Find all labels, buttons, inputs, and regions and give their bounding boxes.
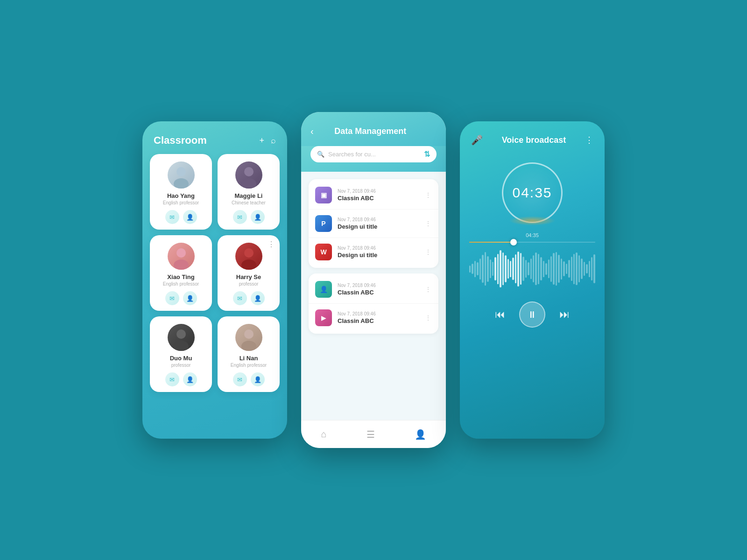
svg-point-1 xyxy=(174,178,189,189)
avatar-harry-se xyxy=(235,243,262,270)
svg-point-8 xyxy=(176,329,186,339)
file-info-2: Nov 7, 2018 09:46 Design ui title xyxy=(338,245,419,259)
classroom-grid: Hao Yang English professor ✉ 👤 Maggie Li… xyxy=(142,154,287,392)
svg-point-0 xyxy=(176,167,186,176)
profile-btn[interactable]: 👤 xyxy=(251,372,265,386)
person-card-duo-mu[interactable]: Duo Mu professor ✉ 👤 xyxy=(150,316,212,392)
file-name: Classin ABC xyxy=(338,195,419,202)
file-date: Nov 7, 2018 09:46 xyxy=(338,245,419,251)
message-btn[interactable]: ✉ xyxy=(233,372,247,386)
classroom-title: Classroom xyxy=(154,134,207,147)
item-menu[interactable]: ⋮ xyxy=(425,314,432,322)
nav-book[interactable]: ☰ xyxy=(366,429,375,440)
profile-btn[interactable]: 👤 xyxy=(251,291,265,305)
avatar-hao-yang xyxy=(168,161,195,189)
message-btn[interactable]: ✉ xyxy=(233,210,247,224)
message-btn[interactable]: ✉ xyxy=(233,291,247,305)
data-item-0[interactable]: ▣ Nov 7, 2018 09:46 Classin ABC ⋮ xyxy=(309,181,438,210)
card-actions: ✉ 👤 xyxy=(165,291,197,305)
item-menu[interactable]: ⋮ xyxy=(425,191,432,199)
progress-track xyxy=(469,242,595,243)
person-card-xiao-ting[interactable]: Xiao Ting English professor ✉ 👤 xyxy=(150,235,212,311)
avatar-li-nan xyxy=(235,324,262,351)
data-item-1[interactable]: P Nov 7, 2018 09:46 Design ui title ⋮ xyxy=(309,210,438,238)
voice-menu[interactable]: ⋮ xyxy=(585,135,593,145)
card-actions: ✉ 👤 xyxy=(165,372,197,386)
timer-circle: 04:35 xyxy=(502,162,563,223)
pause-button[interactable]: ⏸ xyxy=(519,301,545,328)
data-item-2[interactable]: W Nov 7, 2018 09:46 Design ui title ⋮ xyxy=(309,238,438,266)
file-name: Design ui title xyxy=(338,223,419,230)
message-btn[interactable]: ✉ xyxy=(165,210,179,224)
phone-data-management: ‹ Data Management 🔍 Searches for cu... ⇅… xyxy=(301,112,446,448)
search-area: 🔍 Searches for cu... ⇅ xyxy=(301,146,446,172)
rewind-button[interactable]: ⏮ xyxy=(495,308,505,321)
classroom-header-actions: + ⌕ xyxy=(259,136,276,146)
message-btn[interactable]: ✉ xyxy=(165,372,179,386)
person-card-harry-se[interactable]: ⋮ Harry Se professor ✉ 👤 xyxy=(218,235,280,311)
person-role: Chinese teacher xyxy=(232,200,266,205)
data-card-group1: ▣ Nov 7, 2018 09:46 Classin ABC ⋮ P Nov … xyxy=(309,179,438,268)
person-name: Maggie Li xyxy=(235,192,263,199)
person-name: Li Nan xyxy=(240,355,258,362)
file-info-1: Nov 7, 2018 09:46 Design ui title xyxy=(338,217,419,230)
nav-home[interactable]: ⌂ xyxy=(321,429,326,440)
item-menu[interactable]: ⋮ xyxy=(425,220,432,227)
card-actions: ✉ 👤 xyxy=(233,210,265,224)
svg-point-3 xyxy=(241,178,256,189)
data-header: ‹ Data Management xyxy=(301,112,446,146)
profile-btn[interactable]: 👤 xyxy=(251,210,265,224)
data-card-group2: 👤 Nov 7, 2018 09:46 Classin ABC ⋮ ▶ Nov … xyxy=(309,273,438,334)
svg-point-7 xyxy=(241,259,256,270)
avatar-xiao-ting xyxy=(168,243,195,270)
item-menu[interactable]: ⋮ xyxy=(425,286,432,293)
svg-point-11 xyxy=(241,341,256,351)
profile-btn[interactable]: 👤 xyxy=(183,210,197,224)
person-role: English professor xyxy=(163,200,199,205)
file-info-3: Nov 7, 2018 09:46 Classin ABC xyxy=(338,283,419,296)
person-role: professor xyxy=(239,281,259,287)
back-button[interactable]: ‹ xyxy=(310,126,314,137)
person-name: Harry Se xyxy=(236,273,261,280)
person-name: Xiao Ting xyxy=(167,273,194,280)
search-box[interactable]: 🔍 Searches for cu... ⇅ xyxy=(310,146,437,162)
playback-controls: ⏮ ⏸ ⏭ xyxy=(495,301,570,328)
profile-btn[interactable]: 👤 xyxy=(183,372,197,386)
card-actions: ✉ 👤 xyxy=(233,372,265,386)
person-name: Duo Mu xyxy=(170,355,192,362)
progress-thumb[interactable] xyxy=(510,239,517,245)
avatar-duo-mu xyxy=(168,324,195,351)
profile-btn[interactable]: 👤 xyxy=(183,291,197,305)
svg-point-4 xyxy=(176,248,186,258)
forward-button[interactable]: ⏭ xyxy=(559,308,570,321)
message-btn[interactable]: ✉ xyxy=(165,291,179,305)
bottom-nav: ⌂ ☰ 👤 xyxy=(301,420,446,448)
avatar-maggie-li xyxy=(235,161,262,189)
svg-point-9 xyxy=(174,341,189,351)
card-dots-menu[interactable]: ⋮ xyxy=(268,240,275,249)
add-icon[interactable]: + xyxy=(259,136,264,146)
file-info-0: Nov 7, 2018 09:46 Classin ABC xyxy=(338,189,419,202)
mic-icon: 🎤 xyxy=(471,134,483,146)
card-actions: ✉ 👤 xyxy=(165,210,197,224)
filter-icon[interactable]: ⇅ xyxy=(424,150,430,159)
nav-profile[interactable]: 👤 xyxy=(415,429,426,440)
classroom-header: Classroom + ⌕ xyxy=(142,121,287,154)
progress-bar[interactable] xyxy=(469,242,595,243)
file-name: Classin ABC xyxy=(338,317,419,324)
data-list-container: ▣ Nov 7, 2018 09:46 Classin ABC ⋮ P Nov … xyxy=(301,172,446,433)
svg-point-6 xyxy=(244,248,254,258)
person-name: Hao Yang xyxy=(167,192,195,199)
person-card-hao-yang[interactable]: Hao Yang English professor ✉ 👤 xyxy=(150,154,212,230)
search-input[interactable]: Searches for cu... xyxy=(328,151,420,158)
file-info-4: Nov 7, 2018 09:46 Classin ABC xyxy=(338,311,419,324)
search-icon[interactable]: ⌕ xyxy=(271,136,276,146)
file-name: Design ui title xyxy=(338,252,419,259)
person-role: professor xyxy=(171,363,191,368)
data-item-3[interactable]: 👤 Nov 7, 2018 09:46 Classin ABC ⋮ xyxy=(309,275,438,304)
person-card-li-nan[interactable]: Li Nan English professor ✉ 👤 xyxy=(218,316,280,392)
data-management-title: Data Management xyxy=(320,126,421,136)
person-card-maggie-li[interactable]: Maggie Li Chinese teacher ✉ 👤 xyxy=(218,154,280,230)
data-item-4[interactable]: ▶ Nov 7, 2018 09:46 Classin ABC ⋮ xyxy=(309,304,438,332)
item-menu[interactable]: ⋮ xyxy=(425,248,432,256)
